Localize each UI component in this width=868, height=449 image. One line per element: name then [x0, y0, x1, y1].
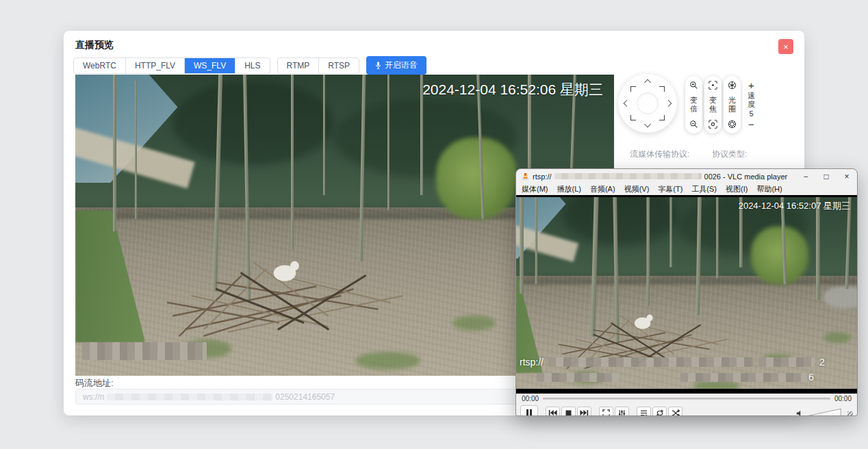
ptz-down-arrow[interactable]: [644, 121, 651, 128]
resize-grip[interactable]: [847, 411, 853, 417]
tree-trunk: [535, 197, 537, 285]
tree-trunk: [520, 197, 524, 293]
menu-media[interactable]: 媒体(M): [522, 184, 548, 194]
focus-near-icon[interactable]: [708, 80, 718, 90]
speed-increase-button[interactable]: +: [748, 80, 754, 90]
seek-bar[interactable]: [543, 398, 830, 400]
stream-protocol-label: 流媒体传输协议:: [630, 149, 689, 160]
blurred-title-segment: [554, 173, 702, 179]
ptz-right-arrow[interactable]: [665, 100, 672, 107]
loop-button[interactable]: [652, 407, 667, 417]
tab-http-flv[interactable]: HTTP_FLV: [126, 58, 185, 73]
bright-foliage: [751, 226, 808, 284]
bright-foliage: [436, 138, 517, 219]
ptz-center-knob[interactable]: [637, 92, 659, 114]
tree-trunk: [323, 75, 325, 195]
shuffle-icon: [672, 409, 680, 417]
close-button[interactable]: ×: [778, 39, 793, 54]
ptz-downright-arrow[interactable]: [659, 115, 665, 120]
ptz-tool-pills: 变倍 变焦: [685, 76, 760, 133]
close-button[interactable]: ×: [837, 169, 857, 183]
menu-tools[interactable]: 工具(S): [691, 184, 717, 194]
shuffle-button[interactable]: [668, 407, 682, 417]
fullscreen-button[interactable]: [599, 407, 613, 417]
focus-far-icon[interactable]: [708, 119, 718, 129]
stop-button[interactable]: [561, 407, 576, 417]
iris-label: 光圈: [728, 96, 737, 114]
stream-url-prefix: ws://n: [83, 392, 104, 402]
time-elapsed: 00:00: [522, 395, 539, 402]
vlc-control-bar: [516, 403, 857, 416]
menu-help[interactable]: 帮助(H): [756, 184, 782, 194]
pause-button[interactable]: [520, 405, 538, 416]
time-remaining: 00:00: [834, 395, 852, 402]
menu-audio[interactable]: 音频(A): [590, 184, 615, 194]
speed-decrease-button[interactable]: −: [748, 119, 754, 129]
focus-pill: 变焦: [704, 76, 722, 133]
enable-voice-button[interactable]: 开启语音: [366, 56, 426, 75]
tab-rtsp[interactable]: RTSP: [319, 58, 359, 73]
rtsp-suffix: 2: [819, 357, 825, 368]
maximize-button[interactable]: □: [816, 169, 837, 183]
focus-label: 变焦: [709, 96, 717, 114]
tree-trunk: [716, 197, 718, 278]
speed-value: 5: [747, 110, 756, 118]
speaker-icon[interactable]: [796, 410, 804, 417]
blurred-url-block: [537, 373, 619, 382]
ptz-left-arrow[interactable]: [624, 100, 630, 107]
iris-close-icon[interactable]: [727, 119, 737, 129]
menu-view[interactable]: 视图(I): [726, 184, 748, 194]
tab-rtmp[interactable]: RTMP: [278, 58, 320, 73]
menu-playback[interactable]: 播放(L): [557, 184, 581, 194]
ptz-upright-arrow[interactable]: [659, 86, 665, 92]
vlc-title: rtsp:// 0026 - VLC media player: [521, 172, 795, 181]
ptz-up-arrow[interactable]: [644, 79, 651, 86]
zoom-out-icon[interactable]: [689, 119, 699, 129]
volume-slider[interactable]: [807, 407, 843, 417]
menu-video[interactable]: 视频(V): [624, 184, 650, 194]
next-button[interactable]: [577, 407, 591, 417]
playlist-icon: [640, 409, 648, 417]
grass-patch: [452, 316, 496, 331]
ptz-direction-pad[interactable]: [618, 74, 677, 133]
desktop: 直播预览 × WebRTC HTTP_FLV WS_FLV HLS RTMP R…: [0, 0, 868, 449]
blurred-url-block: [758, 357, 815, 367]
stream-address-label: 码流地址:: [75, 377, 114, 389]
side-tab-group: RTMP RTSP: [277, 57, 360, 74]
video-timestamp: 2024-12-04 16:52:06 星期三: [422, 80, 603, 99]
tree-trunk: [647, 197, 650, 306]
fullscreen-icon: [602, 409, 610, 417]
menu-subtitle[interactable]: 字幕(T): [658, 184, 682, 194]
extended-settings-button[interactable]: [615, 407, 629, 417]
page-title: 直播预览: [75, 39, 114, 51]
equalizer-icon: [618, 409, 626, 417]
vlc-seek-row: 00:00 00:00: [516, 394, 857, 403]
iris-open-icon[interactable]: [727, 80, 737, 90]
tab-hls[interactable]: HLS: [235, 58, 269, 73]
vlc-title-text: 0026 - VLC media player: [704, 172, 788, 181]
voice-button-label: 开启语音: [385, 60, 418, 71]
white-bird: [635, 315, 653, 329]
tree-trunk: [387, 75, 390, 210]
ptz-upleft-arrow[interactable]: [630, 86, 636, 92]
zoom-label: 变倍: [689, 96, 698, 114]
slope-shadow: [516, 272, 857, 285]
minimize-button[interactable]: −: [795, 169, 816, 183]
loop-icon: [656, 409, 664, 417]
ptz-downleft-arrow[interactable]: [630, 115, 636, 120]
microphone-icon: [375, 61, 381, 70]
zoom-in-icon[interactable]: [689, 80, 699, 90]
close-icon: ×: [783, 42, 789, 52]
previous-button[interactable]: [546, 407, 560, 417]
vlc-video-player[interactable]: 2024-12-04 16:52:07 星期三 rtsp:// 2 6: [516, 195, 857, 394]
vlc-titlebar[interactable]: rtsp:// 0026 - VLC media player − □ ×: [516, 169, 857, 183]
volume-area: [796, 407, 853, 417]
white-bird: [273, 261, 298, 281]
blurred-url-segment: [107, 394, 272, 400]
playlist-button[interactable]: [637, 407, 651, 417]
pause-icon: [525, 409, 533, 416]
tab-ws-flv[interactable]: WS_FLV: [185, 58, 235, 73]
previous-icon: [548, 409, 557, 416]
tree-trunk: [291, 75, 294, 249]
tab-webrtc[interactable]: WebRTC: [74, 58, 126, 73]
